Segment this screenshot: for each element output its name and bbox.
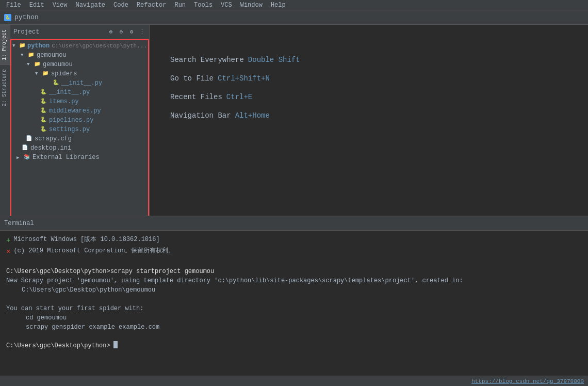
terminal-line-blank2 bbox=[6, 295, 582, 304]
search-everywhere-key: Double Shift bbox=[248, 56, 300, 64]
tree-file-pipelines[interactable]: 🐍 pipelines.py bbox=[11, 116, 148, 125]
nav-bar-hint: Navigation Bar Alt+Home bbox=[170, 111, 270, 120]
goto-file-key: Ctrl+Shift+N bbox=[218, 74, 270, 83]
terminal-indicator-cross: × bbox=[6, 247, 10, 258]
recent-files-label: Recent Files bbox=[170, 93, 222, 101]
terminal-content[interactable]: + Microsoft Windows [版本 10.0.18362.1016]… bbox=[0, 231, 588, 376]
menu-edit[interactable]: Edit bbox=[25, 0, 48, 10]
sync-icon[interactable]: ⊕ bbox=[107, 28, 115, 36]
menu-window[interactable]: Window bbox=[236, 0, 267, 10]
terminal-line-cmd1: C:\Users\gpc\Desktop\python>scrapy start… bbox=[6, 267, 582, 276]
bottom-panel: Terminal + Microsoft Windows [版本 10.0.18… bbox=[0, 216, 588, 386]
nav-bar-label: Navigation Bar bbox=[170, 111, 231, 120]
menu-code[interactable]: Code bbox=[109, 0, 133, 10]
tree-file-desktop-ini[interactable]: 📄 desktop.ini bbox=[11, 143, 148, 153]
tree-file-init-spiders[interactable]: 🐍 __init__.py bbox=[11, 78, 148, 88]
menu-file[interactable]: File bbox=[2, 0, 25, 10]
settings-icon[interactable]: ⚙ bbox=[127, 28, 136, 36]
tree-folder-gemoumou2[interactable]: ▼ 📁 gemoumou bbox=[11, 60, 148, 69]
tree-file-items[interactable]: 🐍 items.py bbox=[11, 97, 148, 106]
terminal-indicator-plus: + bbox=[6, 235, 10, 246]
menu-refactor[interactable]: Refactor bbox=[133, 0, 171, 10]
terminal-prompt[interactable]: C:\Users\gpc\Desktop\python> bbox=[6, 341, 582, 350]
terminal-line-blank3 bbox=[6, 332, 582, 341]
tree-root-python[interactable]: ▼ 📁 python C:\Users\gpc\Desktop\pyth... bbox=[11, 41, 148, 51]
panel-title: Project bbox=[13, 28, 105, 36]
sidebar-item-structure[interactable]: 2: Structure bbox=[0, 65, 10, 110]
search-everywhere-label: Search Everywhere bbox=[170, 56, 244, 64]
menu-bar: File Edit View Navigate Code Refactor Ru… bbox=[0, 0, 588, 10]
terminal-cursor bbox=[113, 341, 118, 348]
nav-bar-key: Alt+Home bbox=[235, 111, 270, 120]
recent-files-hint: Recent Files Ctrl+E bbox=[170, 93, 252, 101]
app-icon: 🐍 bbox=[4, 14, 11, 21]
menu-run[interactable]: Run bbox=[170, 0, 190, 10]
more-icon[interactable]: ⋮ bbox=[138, 28, 146, 36]
sidebar-item-project[interactable]: 1: Project bbox=[0, 25, 10, 65]
terminal-line-cd: cd gemoumou bbox=[6, 313, 582, 323]
panel-header: Project ⊕ ⊖ ⚙ ⋮ bbox=[10, 25, 149, 39]
main-layout: 1: Project 2: Structure Favorites Projec… bbox=[0, 25, 588, 386]
tree-folder-gemoumou1[interactable]: ▼ 📁 gemoumou bbox=[11, 51, 148, 60]
goto-file-hint: Go to File Ctrl+Shift+N bbox=[170, 74, 270, 83]
menu-view[interactable]: View bbox=[48, 0, 72, 10]
title-bar: 🐍 python bbox=[0, 10, 588, 25]
csdn-link[interactable]: https://blog.csdn.net/qq_37978800 bbox=[471, 378, 584, 384]
terminal-line-indent1: C:\Users\gpc\Desktop\python\gemoumou bbox=[6, 285, 582, 295]
terminal-line-blank1 bbox=[6, 258, 582, 267]
menu-tools[interactable]: Tools bbox=[190, 0, 217, 10]
menu-navigate[interactable]: Navigate bbox=[71, 0, 109, 10]
search-everywhere-hint: Search Everywhere Double Shift bbox=[170, 56, 300, 64]
terminal-line-1: + Microsoft Windows [版本 10.0.18362.1016] bbox=[6, 235, 582, 246]
collapse-icon[interactable]: ⊖ bbox=[117, 28, 125, 36]
tree-file-scrapy-cfg[interactable]: 📄 scrapy.cfg bbox=[11, 134, 148, 143]
menu-vcs[interactable]: VCS bbox=[217, 0, 236, 10]
terminal-header: Terminal bbox=[0, 216, 588, 231]
terminal-line-msg1: You can start your first spider with: bbox=[6, 304, 582, 313]
terminal-line-genspider: scrapy genspider example example.com bbox=[6, 323, 582, 332]
recent-files-key: Ctrl+E bbox=[226, 93, 252, 101]
status-bar: https://blog.csdn.net/qq_37978800 bbox=[0, 376, 588, 386]
terminal-line-cmd2: New Scrapy project 'gemoumou', using tem… bbox=[6, 276, 582, 285]
terminal-title: Terminal bbox=[4, 220, 34, 227]
goto-file-label: Go to File bbox=[170, 74, 214, 83]
tree-file-init-gemoumou[interactable]: 🐍 __init__.py bbox=[11, 88, 148, 97]
menu-help[interactable]: Help bbox=[267, 0, 290, 10]
tree-folder-external-libraries[interactable]: ▶ 📚 External Libraries bbox=[11, 153, 148, 162]
window-title: python bbox=[14, 13, 39, 21]
tree-file-middlewares[interactable]: 🐍 middlewares.py bbox=[11, 106, 148, 116]
tree-file-settings[interactable]: 🐍 settings.py bbox=[11, 125, 148, 134]
tree-folder-spiders[interactable]: ▼ 📁 spiders bbox=[11, 69, 148, 78]
terminal-line-2: × (c) 2019 Microsoft Corporation。保留所有权利。 bbox=[6, 246, 582, 258]
